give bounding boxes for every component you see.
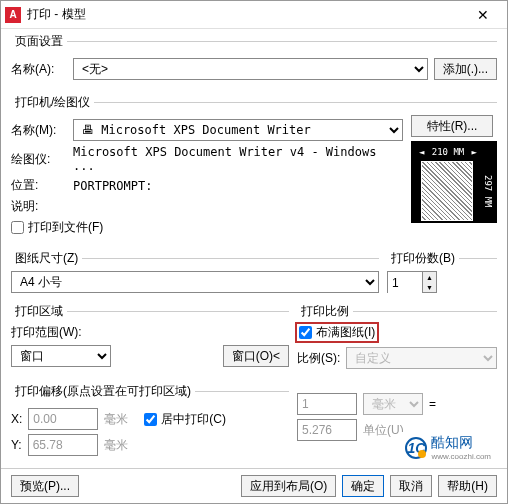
page-name-label: 名称(A): [11,61,67,78]
watermark-url: www.coozhi.com [431,452,491,461]
center-checkbox[interactable]: 居中打印(C) [144,411,226,428]
unit2-label: 单位(U) [363,422,404,439]
scale-legend: 打印比例 [297,303,353,320]
to-file-checkbox[interactable]: 打印到文件(F) [11,219,103,236]
paper-preview: 210 MM 297 MM [411,141,497,223]
y-input [28,434,98,456]
where-value: PORTPROMPT: [73,179,152,193]
page-setup-legend: 页面设置 [11,33,67,50]
preview-height: 297 MM [483,163,493,219]
printer-name-label: 名称(M): [11,122,67,139]
apply-layout-button[interactable]: 应用到布局(O) [241,475,336,497]
preview-button[interactable]: 预览(P)... [11,475,79,497]
help-button[interactable]: 帮助(H) [438,475,497,497]
add-button[interactable]: 添加(.)... [434,58,497,80]
paper-size-legend: 图纸尺寸(Z) [11,250,82,267]
page-name-select[interactable]: <无> [73,58,428,80]
equals-label: = [429,397,436,411]
print-dialog: A 打印 - 模型 ✕ 页面设置 名称(A): <无> 添加(.)... 打印机… [0,0,508,504]
copies-spinner[interactable]: ▲▼ [387,271,437,293]
copies-legend: 打印份数(B) [387,250,459,267]
plot-area-group: 打印区域 打印范围(W): 窗口 窗口(O)< [11,303,289,379]
desc-label: 说明: [11,198,67,215]
ok-button[interactable]: 确定 [342,475,384,497]
watermark-text: 酷知网 [431,434,473,450]
close-button[interactable]: ✕ [463,3,503,27]
range-label: 打印范围(W): [11,324,289,341]
copies-input[interactable] [388,272,422,294]
titlebar: A 打印 - 模型 ✕ [1,1,507,29]
title-text: 打印 - 模型 [27,6,463,23]
printer-group: 打印机/绘图仪 名称(M): 🖶 Microsoft XPS Document … [11,94,497,246]
footer: 预览(P)... 应用到布局(O) 确定 取消 帮助(H) [1,468,507,503]
offset-legend: 打印偏移(原点设置在可打印区域) [11,383,195,400]
preview-width: 210 MM [421,147,475,157]
paper-size-select[interactable]: A4 小号 [11,271,379,293]
printer-name-select[interactable]: 🖶 Microsoft XPS Document Writer [73,119,403,141]
plotter-value: Microsoft XPS Document Writer v4 - Windo… [73,145,403,173]
copies-group: 打印份数(B) ▲▼ [387,250,497,299]
plot-area-legend: 打印区域 [11,303,67,320]
scale-den [297,419,357,441]
scale-num [297,393,357,415]
preview-paper-rect [421,161,473,221]
watermark: 1C 酷知网 www.coozhi.com [399,432,497,463]
y-label: Y: [11,438,22,452]
cancel-button[interactable]: 取消 [390,475,432,497]
x-input [28,408,98,430]
fit-to-paper-checkbox[interactable]: 布满图纸(I) [297,324,377,341]
where-label: 位置: [11,177,67,194]
y-unit: 毫米 [104,437,128,454]
watermark-icon: 1C [405,437,427,459]
spin-down-icon[interactable]: ▼ [423,282,436,292]
spin-up-icon[interactable]: ▲ [423,272,436,282]
paper-size-group: 图纸尺寸(Z) A4 小号 [11,250,379,299]
app-icon: A [5,7,21,23]
offset-group: 打印偏移(原点设置在可打印区域) X: 毫米 居中打印(C) Y: 毫米 [11,383,289,466]
printer-legend: 打印机/绘图仪 [11,94,94,111]
unit1-select: 毫米 [363,393,423,415]
ratio-label: 比例(S): [297,350,340,367]
plotter-label: 绘图仪: [11,151,67,168]
scale-group: 打印比例 布满图纸(I) 比例(S): 自定义 [297,303,497,379]
range-select[interactable]: 窗口 [11,345,111,367]
ratio-select: 自定义 [346,347,497,369]
window-button[interactable]: 窗口(O)< [223,345,289,367]
page-setup-group: 页面设置 名称(A): <无> 添加(.)... [11,33,497,90]
x-label: X: [11,412,22,426]
x-unit: 毫米 [104,411,128,428]
properties-button[interactable]: 特性(R)... [411,115,493,137]
